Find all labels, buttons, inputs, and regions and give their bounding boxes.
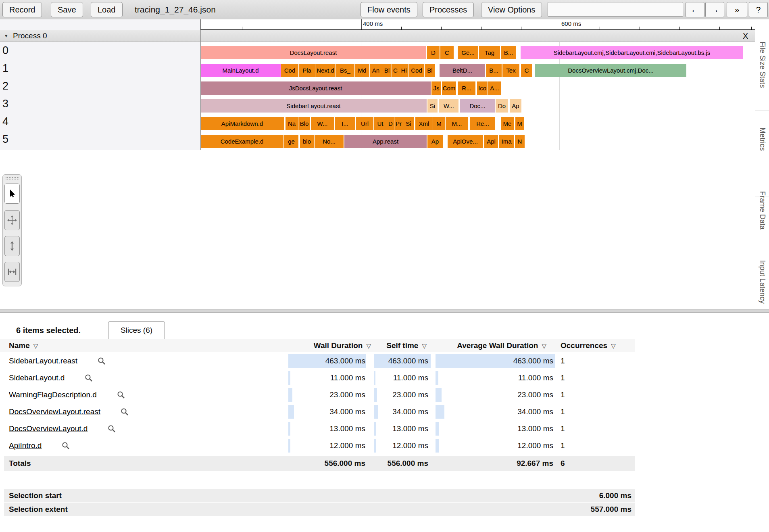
- trace-slice[interactable]: B...: [486, 64, 502, 77]
- trace-slice[interactable]: Ico: [477, 81, 488, 95]
- magnifier-icon[interactable]: [121, 408, 129, 416]
- column-header-average-wall-duration[interactable]: Average Wall Duration▽: [457, 339, 546, 352]
- magnifier-icon[interactable]: [85, 374, 93, 382]
- trace-slice[interactable]: Cod: [409, 64, 424, 77]
- trace-slice[interactable]: Pr: [394, 117, 403, 130]
- overflow-menu-button[interactable]: »: [727, 2, 747, 17]
- trace-slice[interactable]: Url: [356, 117, 373, 130]
- load-button[interactable]: Load: [91, 2, 123, 17]
- trace-slice[interactable]: C: [521, 64, 532, 77]
- pan-tool-button[interactable]: [4, 210, 20, 230]
- tab-slices[interactable]: Slices (6): [108, 321, 165, 339]
- view-options-button[interactable]: View Options: [481, 2, 542, 17]
- flow-events-button[interactable]: Flow events: [361, 2, 417, 17]
- search-input[interactable]: [548, 2, 683, 17]
- trace-slice[interactable]: Xml: [415, 117, 433, 130]
- process-header[interactable]: ▾ Process 0 X: [0, 30, 755, 42]
- magnifier-icon[interactable]: [117, 391, 125, 399]
- find-next-button[interactable]: →: [705, 2, 724, 17]
- trace-slice[interactable]: M: [433, 117, 445, 130]
- slice-name-link[interactable]: SidebarLayout.reast: [9, 357, 77, 365]
- trace-slice[interactable]: Blo: [298, 117, 310, 130]
- trace-slice[interactable]: Hi: [399, 64, 408, 77]
- trace-slice[interactable]: Bl: [382, 64, 392, 77]
- slice-name-link[interactable]: DocsOverviewLayout.d: [9, 424, 88, 433]
- slice-name-link[interactable]: WarningFlagDescription.d: [9, 390, 97, 399]
- trace-slice[interactable]: C: [440, 46, 454, 59]
- side-tab-metrics[interactable]: Metrics: [758, 127, 767, 151]
- trace-slice[interactable]: MainLayout.d: [200, 64, 281, 77]
- slice-name-link[interactable]: ApiIntro.d: [9, 441, 42, 450]
- trace-slice[interactable]: ApiOve...: [448, 135, 483, 148]
- zoom-tool-button[interactable]: [4, 236, 20, 256]
- trace-slice[interactable]: An: [370, 64, 382, 77]
- panel-splitter[interactable]: [0, 309, 769, 313]
- timing-select-tool-button[interactable]: [4, 262, 20, 282]
- trace-slice[interactable]: Si: [427, 99, 438, 113]
- help-button[interactable]: ?: [749, 2, 768, 17]
- trace-slice[interactable]: W...: [311, 117, 334, 130]
- trace-slice[interactable]: Com: [442, 81, 456, 95]
- trace-slice[interactable]: ge: [284, 135, 298, 148]
- trace-slice[interactable]: Me: [501, 117, 514, 130]
- trace-slice[interactable]: Na: [286, 117, 298, 130]
- trace-slice[interactable]: W...: [439, 99, 458, 113]
- trace-slice[interactable]: M...: [446, 117, 468, 130]
- record-button[interactable]: Record: [2, 2, 42, 17]
- trace-slice[interactable]: D: [387, 117, 394, 130]
- trace-slice[interactable]: ApiMarkdown.d: [200, 117, 284, 130]
- trace-slice[interactable]: Ima: [499, 135, 514, 148]
- trace-slice[interactable]: D: [427, 46, 440, 59]
- trace-slice[interactable]: Do: [496, 99, 508, 113]
- processes-button[interactable]: Processes: [423, 2, 474, 17]
- trace-slice[interactable]: Cod: [281, 64, 298, 77]
- magnifier-icon[interactable]: [98, 357, 106, 365]
- trace-slice[interactable]: Ge...: [458, 46, 478, 59]
- trace-slice[interactable]: blo: [300, 135, 314, 148]
- magnifier-icon[interactable]: [108, 425, 116, 433]
- trace-slice[interactable]: DocsLayout.reast: [200, 46, 426, 59]
- trace-slice[interactable]: No...: [315, 135, 344, 148]
- save-button[interactable]: Save: [51, 2, 83, 17]
- trace-slice[interactable]: Re...: [470, 117, 495, 130]
- side-tab-frame-data[interactable]: Frame Data: [758, 191, 767, 229]
- trace-slice[interactable]: DocsOverviewLayout.cmj,Doc...: [535, 64, 686, 77]
- column-header-occurrences[interactable]: Occurrences▽: [561, 339, 616, 352]
- timeline-ruler[interactable]: 400 ms600 ms: [200, 19, 755, 30]
- slice-name-link[interactable]: SidebarLayout.d: [9, 373, 65, 382]
- trace-slice[interactable]: N: [515, 135, 525, 148]
- trace-slice[interactable]: Pla: [299, 64, 315, 77]
- column-header-name[interactable]: Name▽: [9, 339, 38, 352]
- magnifier-icon[interactable]: [62, 442, 70, 450]
- trace-slice[interactable]: App.reast: [344, 135, 427, 148]
- trace-slice[interactable]: M: [515, 117, 524, 130]
- trace-slice[interactable]: Tag: [479, 46, 500, 59]
- trace-slice[interactable]: I...: [335, 117, 355, 130]
- trace-slice[interactable]: JsDocsLayout.reast: [200, 81, 431, 95]
- palette-grip[interactable]: [5, 177, 19, 180]
- trace-slice[interactable]: A...: [488, 81, 501, 95]
- trace-slice[interactable]: Ut: [374, 117, 387, 130]
- trace-slice[interactable]: Md: [355, 64, 369, 77]
- flame-chart[interactable]: 0DocsLayout.reastDCGe...TagB...SidebarLa…: [0, 42, 755, 150]
- column-header-self-time[interactable]: Self time▽: [386, 339, 427, 352]
- trace-slice[interactable]: BeltD...: [440, 64, 485, 77]
- trace-slice[interactable]: Api: [484, 135, 498, 148]
- collapse-icon[interactable]: ▾: [5, 33, 8, 39]
- select-tool-button[interactable]: [4, 184, 20, 204]
- side-tab-input-latency[interactable]: Input Latency: [758, 260, 767, 304]
- trace-slice[interactable]: Tex: [502, 64, 519, 77]
- trace-slice[interactable]: Si: [403, 117, 414, 130]
- trace-slice[interactable]: CodeExample.d: [200, 135, 283, 148]
- trace-slice[interactable]: C: [392, 64, 399, 77]
- trace-slice[interactable]: Bl: [425, 64, 435, 77]
- find-previous-button[interactable]: ←: [686, 2, 704, 17]
- trace-slice[interactable]: Ap: [427, 135, 443, 148]
- trace-slice[interactable]: SidebarLayout.cmj,SidebarLayout.cmi,Side…: [521, 46, 743, 59]
- trace-slice[interactable]: Next.d: [315, 64, 336, 77]
- column-header-wall-duration[interactable]: Wall Duration▽: [314, 339, 371, 352]
- trace-slice[interactable]: SidebarLayout.reast: [200, 99, 427, 113]
- trace-slice[interactable]: Bs_: [336, 64, 354, 77]
- trace-slice[interactable]: B...: [501, 46, 516, 59]
- side-tab-file-size-stats[interactable]: File Size Stats: [758, 42, 767, 88]
